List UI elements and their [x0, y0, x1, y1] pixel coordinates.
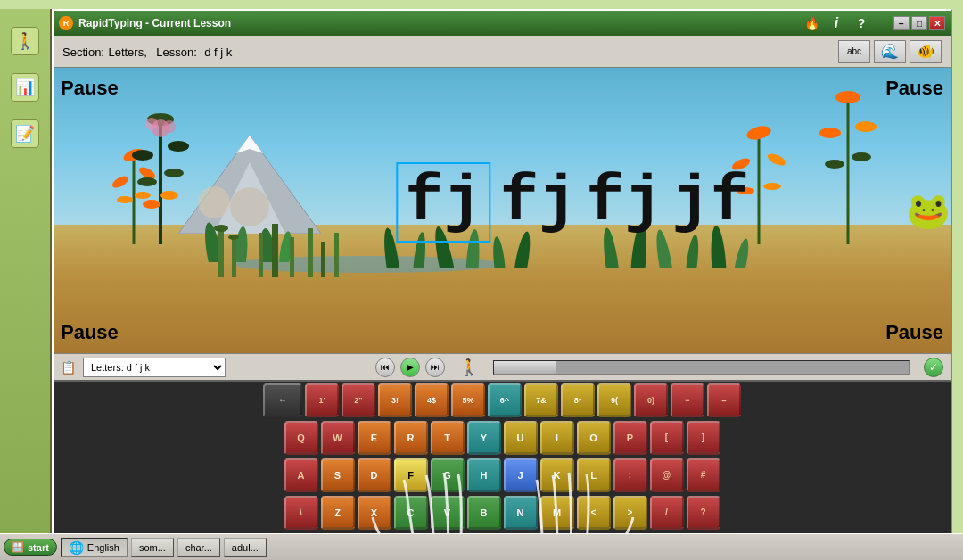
close-button[interactable]: ✕: [929, 16, 945, 30]
start-label: start: [28, 542, 49, 553]
key-m[interactable]: M: [540, 496, 574, 530]
key-rbracket[interactable]: ]: [687, 421, 720, 455]
key-row-zxcv: \ Z X C V B N M < > / ?: [284, 496, 720, 530]
key-lt[interactable]: <: [577, 496, 611, 530]
section-icon-btn-3[interactable]: 🐠: [910, 40, 942, 63]
key-lbracket[interactable]: [: [650, 421, 684, 455]
maximize-button[interactable]: □: [911, 16, 927, 30]
typing-char-2: fj: [500, 166, 577, 239]
key-q[interactable]: Q: [284, 421, 318, 455]
play-button[interactable]: ▶: [400, 358, 420, 377]
key-k[interactable]: K: [540, 458, 574, 492]
svg-point-21: [163, 120, 176, 133]
key-1[interactable]: 1': [305, 383, 339, 417]
pause-bottom-left[interactable]: Pause: [61, 321, 119, 344]
key-2[interactable]: 2": [342, 383, 375, 417]
key-f[interactable]: F: [394, 458, 428, 492]
taskbar-item-2[interactable]: char...: [177, 538, 220, 557]
start-button[interactable]: 🪟 start: [4, 539, 57, 556]
key-w[interactable]: W: [321, 421, 355, 455]
key-b[interactable]: B: [467, 496, 501, 530]
section-icon-btn-2[interactable]: 🌊: [874, 40, 906, 63]
section-icons: abc 🌊 🐠: [838, 40, 942, 63]
key-backspace[interactable]: ←: [263, 383, 302, 417]
key-v[interactable]: V: [431, 496, 465, 530]
section-bar: Section: Letters, Lesson: d f j k abc 🌊 …: [54, 36, 951, 68]
key-x[interactable]: X: [358, 496, 391, 530]
lesson-value: d f j k: [204, 45, 232, 59]
key-at[interactable]: @: [650, 458, 684, 492]
key-question[interactable]: ?: [687, 496, 720, 530]
svg-point-32: [825, 160, 844, 169]
key-i[interactable]: I: [540, 421, 574, 455]
lesson-select[interactable]: Letters: d f j k: [83, 358, 226, 377]
key-gt[interactable]: >: [613, 496, 647, 530]
typing-char-4: jf: [672, 166, 749, 239]
english-label: English: [87, 542, 119, 553]
key-semicolon[interactable]: ;: [613, 458, 647, 492]
key-r[interactable]: R: [394, 421, 428, 455]
window-controls: − □ ✕: [893, 16, 945, 30]
key-0[interactable]: 0): [634, 383, 668, 417]
key-7[interactable]: 7&: [524, 383, 558, 417]
skip-back-button[interactable]: ⏮: [375, 358, 395, 377]
key-5[interactable]: 5%: [451, 383, 485, 417]
pause-bottom-right[interactable]: Pause: [885, 321, 943, 344]
key-equals[interactable]: =: [707, 383, 741, 417]
svg-rect-59: [334, 233, 339, 277]
key-n[interactable]: N: [504, 496, 538, 530]
key-minus[interactable]: −: [671, 383, 704, 417]
key-4[interactable]: 4$: [415, 383, 449, 417]
key-u[interactable]: U: [504, 421, 538, 455]
title-bar-icons: 🔥 i ?: [802, 14, 870, 32]
key-y[interactable]: Y: [467, 421, 501, 455]
pause-top-right[interactable]: Pause: [885, 77, 943, 100]
key-e[interactable]: E: [358, 421, 391, 455]
key-o[interactable]: O: [577, 421, 611, 455]
sidebar-person-icon[interactable]: 🚶: [11, 27, 39, 55]
svg-point-30: [819, 128, 841, 138]
key-slash[interactable]: /: [650, 496, 684, 530]
key-j[interactable]: J: [504, 458, 538, 492]
help-icon[interactable]: ?: [852, 14, 870, 32]
section-icon-btn-1[interactable]: abc: [838, 40, 870, 63]
left-sidebar: 🚶 📊 📝: [0, 9, 52, 560]
taskbar-item-1[interactable]: som...: [131, 538, 174, 557]
key-p[interactable]: P: [613, 421, 647, 455]
key-3[interactable]: 3!: [378, 383, 412, 417]
app-icon: R: [59, 16, 73, 30]
key-d[interactable]: D: [358, 458, 391, 492]
skip-forward-button[interactable]: ⏭: [425, 358, 445, 377]
taskbar-item-3[interactable]: adul...: [224, 538, 267, 557]
taskbar-item-3-label: adul...: [232, 542, 259, 553]
svg-rect-58: [321, 242, 325, 277]
progress-bar-fill: [494, 361, 556, 374]
svg-point-15: [137, 177, 157, 186]
info-icon[interactable]: i: [827, 14, 845, 32]
key-s[interactable]: S: [321, 458, 355, 492]
check-button[interactable]: ✓: [924, 358, 943, 377]
svg-rect-51: [232, 237, 236, 277]
walker-icon: 🚶: [459, 358, 479, 377]
taskbar-item-english[interactable]: 🌐 English: [61, 538, 128, 557]
minimize-button[interactable]: −: [893, 16, 910, 30]
key-z[interactable]: Z: [321, 496, 355, 530]
taskbar-item-2-label: char...: [185, 542, 212, 553]
sidebar-text-icon[interactable]: 📝: [11, 119, 39, 148]
pause-top-left[interactable]: Pause: [61, 77, 119, 100]
key-g[interactable]: G: [431, 458, 465, 492]
key-8[interactable]: 8*: [561, 383, 595, 417]
key-c[interactable]: C: [394, 496, 428, 530]
key-t[interactable]: T: [431, 421, 465, 455]
key-hash[interactable]: #: [687, 458, 720, 492]
typing-text-area: fj fj fj jf: [396, 162, 749, 243]
key-9[interactable]: 9(: [597, 383, 631, 417]
key-h[interactable]: H: [467, 458, 501, 492]
svg-rect-54: [259, 233, 263, 277]
key-a[interactable]: A: [284, 458, 318, 492]
key-l[interactable]: L: [577, 458, 611, 492]
flame-icon[interactable]: 🔥: [802, 14, 820, 32]
key-6[interactable]: 6^: [488, 383, 522, 417]
key-backslash[interactable]: \: [284, 496, 318, 530]
sidebar-chart-icon[interactable]: 📊: [11, 73, 39, 102]
